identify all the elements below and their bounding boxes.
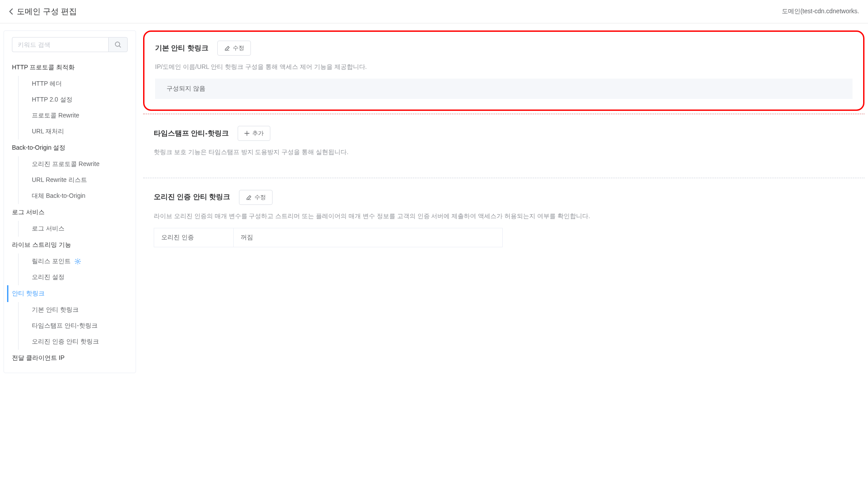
nav-item-release-point[interactable]: 릴리스 포인트 [18,253,128,269]
section-title: 기본 안티 핫링크 [155,44,208,53]
table-value: 꺼짐 [234,228,502,247]
edit-button[interactable]: 수정 [239,190,273,205]
add-button-label: 추가 [252,129,264,137]
nav-item-http-header[interactable]: HTTP 헤더 [18,76,128,92]
nav-item-label: 릴리스 포인트 [32,257,71,265]
svg-point-1 [77,261,79,262]
main-content: 기본 안티 핫링크 수정 IP/도메인 이름/URL 안티 핫링크 구성을 통해… [143,30,868,373]
nav-item-origin-protocol-rewrite[interactable]: 오리진 프로토콜 Rewrite [18,156,128,172]
nav-item-origin-auth-anti-hotlink[interactable]: 오리진 인증 안티 핫링크 [18,334,128,350]
origin-auth-table: 오리진 인증 꺼짐 [154,228,503,247]
section-title: 타임스탬프 안티-핫링크 [154,129,229,138]
section-timestamp-anti-hotlink: 타임스탬프 안티-핫링크 추가 핫링크 보호 기능은 타임스탬프 방지 도용방지… [143,117,864,174]
nav-item-url-reprocessing[interactable]: URL 재처리 [18,124,128,140]
edit-icon [246,194,252,200]
nav-group-anti-hotlink[interactable]: 안티 핫링크 [7,285,128,302]
nav-item-log-service[interactable]: 로그 서비스 [18,221,128,237]
nav-item-timestamp-anti-hotlink[interactable]: 타임스탬프 안티-핫링크 [18,318,128,334]
nav-group-back-to-origin[interactable]: Back-to-Origin 설정 [12,140,128,156]
section-divider [143,113,864,114]
section-header: 오리진 인증 안티 핫링크 수정 [154,190,854,205]
section-divider [143,178,864,178]
sidebar: HTTP 프로토콜 최적화 HTTP 헤더 HTTP 2.0 설정 프로토콜 R… [4,30,136,373]
search-icon [114,41,121,48]
section-description: 핫링크 보호 기능은 타임스탬프 방지 도용방지 구성을 통해 실현됩니다. [154,147,854,157]
section-header: 타임스탬프 안티-핫링크 추가 [154,126,854,141]
edit-button[interactable]: 수정 [217,41,251,56]
table-key: 오리진 인증 [154,228,234,247]
nav-item-url-rewrite-list[interactable]: URL Rewrite 리스트 [18,172,128,188]
page-body: HTTP 프로토콜 최적화 HTTP 헤더 HTTP 2.0 설정 프로토콜 R… [0,23,868,373]
search-wrap [12,37,128,52]
nav-group-http-protocol[interactable]: HTTP 프로토콜 최적화 [12,59,128,76]
status-box: 구성되지 않음 [155,79,853,99]
nav-item-basic-anti-hotlink[interactable]: 기본 안티 핫링크 [18,302,128,318]
header-left: 도메인 구성 편집 [9,6,77,17]
plus-icon [244,131,250,136]
gear-icon [74,258,81,265]
back-chevron-icon[interactable] [9,8,13,15]
nav-item-http2-settings[interactable]: HTTP 2.0 설정 [18,92,128,108]
section-basic-anti-hotlink: 기본 안티 핫링크 수정 IP/도메인 이름/URL 안티 핫링크 구성을 통해… [143,30,864,111]
page-title: 도메인 구성 편집 [17,6,77,17]
section-header: 기본 안티 핫링크 수정 [155,41,853,56]
add-button[interactable]: 추가 [238,126,270,141]
nav-item-protocol-rewrite[interactable]: 프로토콜 Rewrite [18,108,128,124]
nav-group-live-streaming[interactable]: 라이브 스트리밍 기능 [12,237,128,253]
section-description: 라이브 오리진 인증의 매개 변수를 구성하고 스트리머 또는 플레이어의 매개… [154,211,854,221]
svg-point-0 [115,42,120,46]
domain-label: 도메인(test-cdn.cdnetworks. [782,8,859,15]
section-origin-auth-anti-hotlink: 오리진 인증 안티 핫링크 수정 라이브 오리진 인증의 매개 변수를 구성하고… [143,181,864,258]
section-description: IP/도메인 이름/URL 안티 핫링크 구성을 통해 액세스 제어 기능을 제… [155,62,853,72]
search-input[interactable] [12,37,108,52]
nav-item-origin-settings[interactable]: 오리진 설정 [18,269,128,285]
nav-group-log-service[interactable]: 로그 서비스 [12,204,128,221]
page-header: 도메인 구성 편집 도메인(test-cdn.cdnetworks. [0,0,868,23]
nav-item-alt-back-to-origin[interactable]: 대체 Back-to-Origin [18,188,128,204]
search-button[interactable] [108,37,128,52]
edit-icon [224,45,230,51]
edit-button-label: 수정 [254,193,266,201]
section-title: 오리진 인증 안티 핫링크 [154,193,230,202]
nav-group-forward-client-ip[interactable]: 전달 클라이언트 IP [12,350,128,367]
edit-button-label: 수정 [233,44,244,52]
